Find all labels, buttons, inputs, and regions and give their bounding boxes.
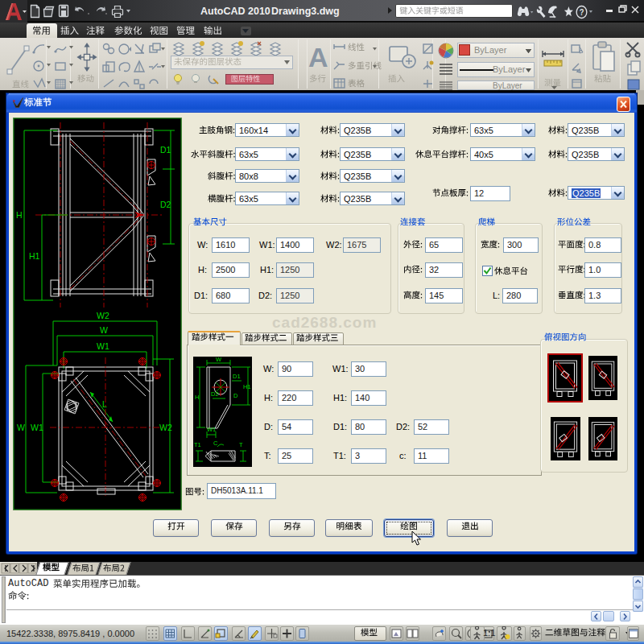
svg-text:D2: D2 — [211, 390, 219, 398]
svg-text:W1: W1 — [31, 423, 43, 432]
svg-text:D1: D1 — [233, 373, 241, 380]
svg-text:C: C — [213, 440, 218, 447]
svg-text:D1: D1 — [160, 145, 171, 155]
svg-text:W: W — [100, 325, 108, 335]
svg-text:T: T — [239, 441, 243, 448]
svg-text:H: H — [195, 394, 199, 401]
svg-text:W2: W2 — [97, 311, 109, 320]
svg-text:H: H — [16, 210, 23, 220]
svg-text:?: ? — [580, 7, 584, 17]
svg-text:T1: T1 — [194, 441, 201, 448]
svg-text:W: W — [216, 357, 222, 363]
svg-text:H1: H1 — [243, 383, 251, 390]
svg-text:W1: W1 — [207, 426, 216, 433]
svg-text:W: W — [17, 423, 25, 432]
svg-text:D2: D2 — [160, 200, 171, 209]
svg-text:W1: W1 — [97, 341, 109, 351]
svg-text:H1: H1 — [29, 251, 40, 261]
svg-text:L: L — [102, 399, 107, 409]
svg-text:W2: W2 — [159, 423, 172, 432]
svg-text:D: D — [233, 392, 238, 399]
